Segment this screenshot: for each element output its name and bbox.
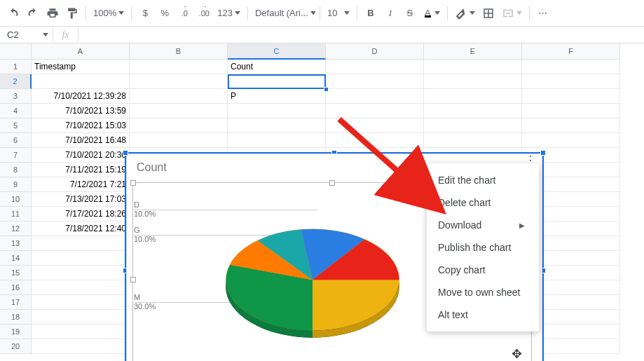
row-header-14[interactable]: 14 [0, 251, 32, 266]
cell-F5[interactable] [522, 118, 620, 133]
percent-button[interactable]: % [156, 4, 174, 22]
cell-A12[interactable]: 7/18/2021 12:40 [32, 222, 130, 236]
column-header-f[interactable]: F [522, 43, 620, 60]
row-header-3[interactable]: 3 [0, 89, 32, 104]
cell-C3[interactable]: P [228, 89, 326, 104]
cell-A7[interactable]: 7/10/2021 20:36 [32, 148, 130, 163]
cell-E4[interactable] [424, 104, 522, 118]
cell-C1[interactable]: Count [228, 60, 326, 74]
more-formats-combo[interactable]: 123 [214, 4, 243, 22]
increase-decimal-button[interactable]: →.00 [195, 4, 213, 22]
cell-A17[interactable] [32, 295, 130, 310]
column-header-a[interactable]: A [32, 43, 130, 60]
fill-color-button[interactable] [452, 4, 478, 22]
cell-A4[interactable]: 7/10/2021 13:59 [32, 104, 130, 118]
cell-B5[interactable] [130, 118, 228, 133]
formula-input[interactable] [78, 27, 644, 43]
row-header-9[interactable]: 9 [0, 177, 32, 192]
fill-handle[interactable] [324, 87, 329, 92]
menu-item-move-to-own-sheet[interactable]: Move to own sheet [427, 281, 539, 304]
menu-item-copy-chart[interactable]: Copy chart [427, 259, 539, 281]
row-header-15[interactable]: 15 [0, 266, 32, 280]
row-header-8[interactable]: 8 [0, 163, 32, 177]
row-header-4[interactable]: 4 [0, 104, 32, 118]
cell-D5[interactable] [326, 118, 424, 133]
row-header-13[interactable]: 13 [0, 236, 32, 251]
name-box[interactable]: C2 [0, 27, 53, 43]
column-header-e[interactable]: E [424, 43, 522, 60]
cell-D2[interactable] [326, 74, 424, 89]
menu-item-edit-the-chart[interactable]: Edit the chart [427, 169, 539, 191]
borders-button[interactable] [479, 4, 498, 22]
cell-B3[interactable] [130, 89, 228, 104]
plot-handle[interactable] [130, 180, 136, 186]
cell-D3[interactable] [326, 89, 424, 104]
cell-B2[interactable] [130, 74, 228, 89]
cell-E2[interactable] [424, 74, 522, 89]
cell-B6[interactable] [130, 133, 228, 148]
column-header-c[interactable]: C [228, 43, 326, 60]
cell-A20[interactable] [32, 339, 130, 354]
more-button[interactable]: ⋯ [534, 4, 552, 22]
cell-E6[interactable] [424, 133, 522, 148]
paint-format-button[interactable] [63, 4, 81, 22]
cell-A16[interactable] [32, 280, 130, 295]
row-header-2[interactable]: 2 [0, 74, 32, 89]
menu-item-publish-the-chart[interactable]: Publish the chart [427, 236, 539, 259]
currency-button[interactable]: $ [136, 4, 154, 22]
cell-A14[interactable] [32, 251, 130, 266]
cell-A2[interactable] [32, 74, 130, 89]
font-size-combo[interactable]: 10 [324, 4, 352, 22]
column-header-d[interactable]: D [326, 43, 424, 60]
menu-item-delete-chart[interactable]: Delete chart [427, 191, 539, 214]
cell-A15[interactable] [32, 266, 130, 280]
row-header-6[interactable]: 6 [0, 133, 32, 148]
cell-C6[interactable] [228, 133, 326, 148]
row-header-17[interactable]: 17 [0, 295, 32, 310]
row-header-7[interactable]: 7 [0, 148, 32, 163]
cell-C5[interactable] [228, 118, 326, 133]
cell-A5[interactable]: 7/10/2021 15:03 [32, 118, 130, 133]
cell-E3[interactable] [424, 89, 522, 104]
chart-more-button[interactable]: ⋮ [525, 158, 536, 163]
row-header-12[interactable]: 12 [0, 222, 32, 236]
cell-A1[interactable]: Timestamp [32, 60, 130, 74]
bold-button[interactable]: B [362, 4, 380, 22]
row-header-5[interactable]: 5 [0, 118, 32, 133]
cell-D6[interactable] [326, 133, 424, 148]
font-combo[interactable]: Default (Ari... [252, 4, 315, 22]
select-all-corner[interactable] [0, 43, 32, 60]
row-header-18[interactable]: 18 [0, 310, 32, 325]
strikethrough-button[interactable]: S [401, 4, 419, 22]
row-header-10[interactable]: 10 [0, 192, 32, 207]
cell-E1[interactable] [424, 60, 522, 74]
cell-D4[interactable] [326, 104, 424, 118]
cell-F1[interactable] [522, 60, 620, 74]
cell-A3[interactable]: 7/10/2021 12:39:28 [32, 89, 130, 104]
cell-A11[interactable]: 7/17/2021 18:26 [32, 207, 130, 222]
column-header-b[interactable]: B [130, 43, 228, 60]
menu-item-download[interactable]: Download▶ [427, 214, 539, 236]
cell-A6[interactable]: 7/10/2021 16:48 [32, 133, 130, 148]
row-header-16[interactable]: 16 [0, 280, 32, 295]
cell-A19[interactable] [32, 325, 130, 339]
row-header-19[interactable]: 19 [0, 325, 32, 339]
row-header-11[interactable]: 11 [0, 207, 32, 222]
cell-F4[interactable] [522, 104, 620, 118]
cell-C4[interactable] [228, 104, 326, 118]
cell-B4[interactable] [130, 104, 228, 118]
cell-D1[interactable] [326, 60, 424, 74]
zoom-combo[interactable]: 100% [90, 4, 127, 22]
print-button[interactable] [43, 4, 62, 22]
text-color-button[interactable]: A [420, 4, 443, 22]
cell-A13[interactable] [32, 236, 130, 251]
plot-handle[interactable] [130, 277, 136, 282]
cell-A8[interactable]: 7/11/2021 15:19 [32, 163, 130, 177]
redo-button[interactable] [24, 4, 42, 22]
merge-button[interactable] [499, 4, 525, 22]
cell-A10[interactable]: 7/13/2021 17:03 [32, 192, 130, 207]
undo-button[interactable] [4, 4, 22, 22]
cell-A18[interactable] [32, 310, 130, 325]
italic-button[interactable]: I [381, 4, 399, 22]
cell-F6[interactable] [522, 133, 620, 148]
